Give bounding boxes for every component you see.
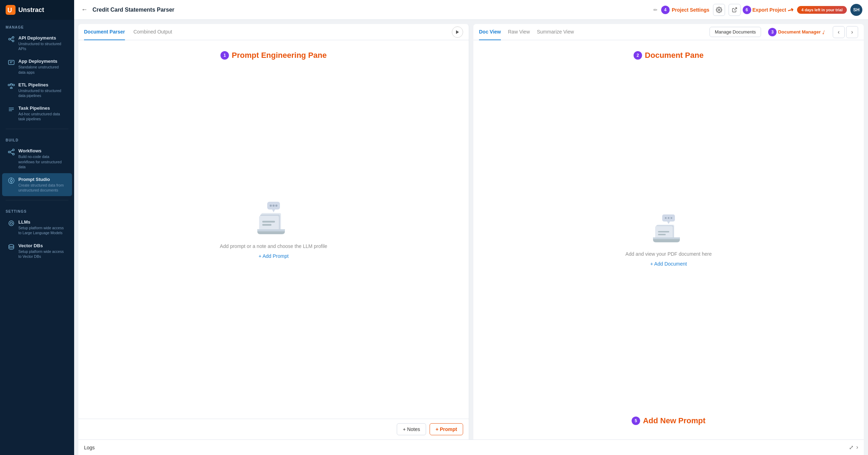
svg-point-46 [665,217,667,219]
unstract-logo-icon: U [6,5,16,15]
main-wrapper: ← Credit Card Statements Parser ✏ 4 Proj… [74,0,868,455]
pane-next-button[interactable]: › [846,26,858,38]
svg-point-48 [671,217,672,219]
logs-bar: Logs ⤢ › [78,439,864,455]
svg-point-31 [718,9,720,11]
sidebar-logo: U Unstract [0,0,74,20]
svg-rect-55 [653,237,680,239]
left-pane-body: 1 Prompt Engineering Pane [78,40,469,419]
project-settings-button[interactable]: 4 Project Settings [661,6,710,14]
svg-rect-10 [8,84,10,86]
export-icon [732,7,737,13]
sidebar-divider-2 [6,200,68,200]
svg-rect-42 [262,221,275,223]
sidebar-item-workflows[interactable]: Workflows Build no-code data workflows f… [2,145,72,173]
svg-point-35 [270,205,272,207]
project-settings-label: Project Settings [672,7,710,13]
right-pane-header: Doc View Raw View Summarize View Manage … [473,24,864,40]
sidebar-item-etl-pipelines[interactable]: ETL Pipelines Unstructured to structured… [2,79,72,102]
sidebar-item-vector-dbs[interactable]: Vector DBs Setup platform wide access to… [2,239,72,262]
logs-next-icon[interactable]: › [856,444,858,451]
prompt-studio-icon [8,177,15,184]
right-pane-body: 2 Document Pane [473,40,864,439]
llm-icon [8,220,15,227]
svg-rect-53 [658,231,669,232]
pane-tab-actions [452,26,463,38]
tab-raw-view[interactable]: Raw View [508,24,530,40]
app-icon [8,59,15,66]
doc-pane-annotation: 2 Document Pane [634,51,704,60]
topbar: ← Credit Card Statements Parser ✏ 4 Proj… [74,0,868,20]
llms-title: LLMs [18,219,66,225]
workflows-sub: Build no-code data workflows for unstruc… [18,154,66,169]
logs-expand-icon[interactable]: ⤢ [849,444,854,451]
export-label: Export Project [753,7,786,13]
svg-point-20 [8,151,10,153]
svg-point-2 [9,38,11,40]
left-pane-empty-text: Add prompt or a note and choose the LLM … [220,243,327,249]
add-prompt-link[interactable]: + Add Prompt [258,253,288,259]
svg-line-32 [734,8,736,10]
topbar-right: 4 Project Settings [661,4,862,16]
api-icon [8,36,15,43]
sidebar-item-api-deployments[interactable]: API Deployments Unstructured to structur… [2,32,72,55]
edit-title-icon[interactable]: ✏ [653,7,658,13]
right-pane: Doc View Raw View Summarize View Manage … [473,24,864,439]
play-button[interactable] [452,26,463,38]
llms-sub: Setup platform wide access to Large Lang… [18,225,66,235]
pane-prev-button[interactable]: ‹ [833,26,845,38]
sidebar-section-build: BUILD Workflows Build no-code data workf… [0,133,74,196]
sidebar-item-app-deployments[interactable]: App Deployments Standalone unstructured … [2,55,72,78]
export-project-button[interactable] [729,4,741,16]
svg-rect-7 [8,60,14,65]
tab-summarize-view[interactable]: Summarize View [537,24,574,40]
tab-combined-output[interactable]: Combined Output [133,24,172,40]
svg-point-26 [10,180,12,182]
sidebar-item-prompt-studio[interactable]: Prompt Studio Create structured data fro… [2,173,72,196]
notes-button[interactable]: + Notes [397,423,426,435]
panes-area: Document Parser Combined Output 1 Prompt… [74,20,868,439]
add-document-link[interactable]: + Add Document [650,261,687,267]
svg-rect-16 [10,87,12,89]
svg-rect-12 [13,84,14,86]
add-new-prompt-annotation: 5 Add New Prompt [631,416,705,425]
sidebar-divider-1 [6,129,68,129]
settings-gear-button[interactable] [713,4,725,16]
prompt-empty-illustration [252,200,295,239]
export-annotation-label: 6 Export Project ↗ [743,6,794,14]
tab-doc-view[interactable]: Doc View [479,24,501,40]
etl-icon [8,83,15,90]
task-pipelines-sub: Ad-hoc unstructured data task pipelines [18,111,66,121]
svg-point-36 [273,205,275,207]
prompt-button[interactable]: + Prompt [430,423,463,435]
manage-documents-button[interactable]: Manage Documents [710,27,761,37]
svg-point-3 [12,37,14,38]
logo-text: Unstract [18,6,44,14]
svg-line-5 [11,38,12,39]
workflow-icon [8,148,15,156]
back-button[interactable]: ← [80,5,89,15]
settings-section-label: SETTINGS [0,204,74,216]
svg-marker-49 [667,222,670,224]
build-section-label: BUILD [0,133,74,144]
svg-rect-54 [658,234,666,235]
tab-document-parser[interactable]: Document Parser [84,24,125,40]
svg-rect-44 [257,229,285,231]
svg-point-21 [13,149,14,151]
logs-actions: ⤢ › [849,444,858,451]
left-pane-tabs: Document Parser Combined Output [78,24,469,40]
sidebar-section-manage: MANAGE API Deployments Unstructured to s… [0,20,74,125]
sidebar-item-llms[interactable]: LLMs Setup platform wide access to Large… [2,216,72,239]
prompt-studio-sub: Create structured data from unstructured… [18,183,66,193]
workflows-title: Workflows [18,148,66,153]
right-pane-empty-text: Add and view your PDF document here [625,251,712,257]
svg-marker-38 [272,210,275,212]
project-title: Credit Card Statements Parser [92,7,648,13]
doc-manager-label: Document Manager [778,29,821,35]
project-settings-badge: 4 [661,6,670,14]
annotation-badge-1: 1 [221,51,229,60]
svg-line-24 [10,152,13,154]
etl-pipelines-sub: Unstructured to structured data pipeline… [18,88,66,98]
annotation-badge-2: 2 [634,51,642,60]
sidebar-item-task-pipelines[interactable]: Task Pipelines Ad-hoc unstructured data … [2,102,72,125]
